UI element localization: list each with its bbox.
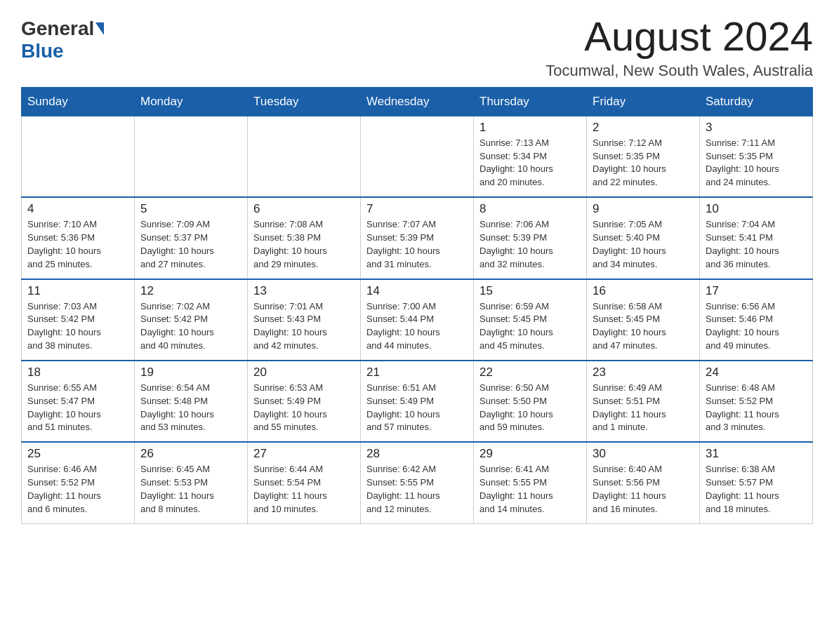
day-number: 6 bbox=[253, 202, 355, 216]
calendar-cell: 23Sunrise: 6:49 AM Sunset: 5:51 PM Dayli… bbox=[587, 361, 700, 442]
day-number: 12 bbox=[140, 284, 241, 298]
day-number: 8 bbox=[479, 202, 581, 216]
calendar-cell: 9Sunrise: 7:05 AM Sunset: 5:40 PM Daylig… bbox=[587, 197, 700, 279]
day-info: Sunrise: 6:40 AM Sunset: 5:56 PM Dayligh… bbox=[593, 463, 694, 516]
day-info: Sunrise: 7:01 AM Sunset: 5:43 PM Dayligh… bbox=[253, 300, 355, 353]
day-number: 10 bbox=[706, 202, 807, 216]
calendar-week-row: 11Sunrise: 7:03 AM Sunset: 5:42 PM Dayli… bbox=[22, 279, 813, 361]
day-number: 2 bbox=[593, 121, 694, 135]
calendar-cell: 16Sunrise: 6:58 AM Sunset: 5:45 PM Dayli… bbox=[587, 279, 700, 361]
month-title: August 2024 bbox=[545, 14, 813, 59]
day-info: Sunrise: 6:59 AM Sunset: 5:45 PM Dayligh… bbox=[479, 300, 581, 353]
day-number: 7 bbox=[366, 202, 468, 216]
calendar-cell: 20Sunrise: 6:53 AM Sunset: 5:49 PM Dayli… bbox=[248, 361, 361, 442]
day-info: Sunrise: 7:00 AM Sunset: 5:44 PM Dayligh… bbox=[366, 300, 468, 353]
calendar-cell: 17Sunrise: 6:56 AM Sunset: 5:46 PM Dayli… bbox=[700, 279, 813, 361]
day-info: Sunrise: 7:13 AM Sunset: 5:34 PM Dayligh… bbox=[479, 137, 581, 189]
calendar-header-monday: Monday bbox=[135, 87, 248, 116]
day-info: Sunrise: 6:56 AM Sunset: 5:46 PM Dayligh… bbox=[706, 300, 807, 353]
calendar-header-sunday: Sunday bbox=[22, 87, 135, 116]
day-info: Sunrise: 6:53 AM Sunset: 5:49 PM Dayligh… bbox=[253, 382, 355, 434]
calendar-cell: 1Sunrise: 7:13 AM Sunset: 5:34 PM Daylig… bbox=[474, 116, 587, 197]
day-info: Sunrise: 6:45 AM Sunset: 5:53 PM Dayligh… bbox=[140, 463, 241, 516]
calendar-cell: 29Sunrise: 6:41 AM Sunset: 5:55 PM Dayli… bbox=[474, 442, 587, 523]
calendar-week-row: 25Sunrise: 6:46 AM Sunset: 5:52 PM Dayli… bbox=[22, 442, 813, 523]
day-number: 25 bbox=[27, 447, 128, 461]
calendar-cell: 30Sunrise: 6:40 AM Sunset: 5:56 PM Dayli… bbox=[587, 442, 700, 523]
day-info: Sunrise: 6:51 AM Sunset: 5:49 PM Dayligh… bbox=[366, 382, 468, 434]
day-number: 19 bbox=[140, 365, 241, 380]
day-number: 4 bbox=[27, 202, 128, 216]
calendar-table: SundayMondayTuesdayWednesdayThursdayFrid… bbox=[21, 87, 813, 524]
day-number: 30 bbox=[593, 447, 694, 461]
day-info: Sunrise: 7:04 AM Sunset: 5:41 PM Dayligh… bbox=[706, 218, 807, 271]
calendar-cell: 11Sunrise: 7:03 AM Sunset: 5:42 PM Dayli… bbox=[22, 279, 135, 361]
calendar-header-saturday: Saturday bbox=[700, 87, 813, 116]
location: Tocumwal, New South Wales, Australia bbox=[545, 62, 813, 80]
day-info: Sunrise: 6:48 AM Sunset: 5:52 PM Dayligh… bbox=[706, 382, 807, 434]
calendar-week-row: 18Sunrise: 6:55 AM Sunset: 5:47 PM Dayli… bbox=[22, 361, 813, 442]
day-info: Sunrise: 7:05 AM Sunset: 5:40 PM Dayligh… bbox=[593, 218, 694, 271]
day-info: Sunrise: 6:42 AM Sunset: 5:55 PM Dayligh… bbox=[366, 463, 468, 516]
calendar-cell bbox=[22, 116, 135, 197]
day-info: Sunrise: 7:06 AM Sunset: 5:39 PM Dayligh… bbox=[479, 218, 581, 271]
day-info: Sunrise: 6:58 AM Sunset: 5:45 PM Dayligh… bbox=[593, 300, 694, 353]
calendar-header-thursday: Thursday bbox=[474, 87, 587, 116]
day-number: 26 bbox=[140, 447, 241, 461]
calendar-cell: 7Sunrise: 7:07 AM Sunset: 5:39 PM Daylig… bbox=[361, 197, 474, 279]
calendar-cell: 19Sunrise: 6:54 AM Sunset: 5:48 PM Dayli… bbox=[135, 361, 248, 442]
day-number: 22 bbox=[479, 365, 581, 380]
calendar-cell: 14Sunrise: 7:00 AM Sunset: 5:44 PM Dayli… bbox=[361, 279, 474, 361]
day-info: Sunrise: 6:55 AM Sunset: 5:47 PM Dayligh… bbox=[27, 382, 128, 434]
calendar-cell: 28Sunrise: 6:42 AM Sunset: 5:55 PM Dayli… bbox=[361, 442, 474, 523]
calendar-header-row: SundayMondayTuesdayWednesdayThursdayFrid… bbox=[22, 87, 813, 116]
calendar-week-row: 1Sunrise: 7:13 AM Sunset: 5:34 PM Daylig… bbox=[22, 116, 813, 197]
day-number: 15 bbox=[479, 284, 581, 298]
day-info: Sunrise: 7:02 AM Sunset: 5:42 PM Dayligh… bbox=[140, 300, 241, 353]
day-number: 16 bbox=[593, 284, 694, 298]
calendar-cell: 26Sunrise: 6:45 AM Sunset: 5:53 PM Dayli… bbox=[135, 442, 248, 523]
day-info: Sunrise: 7:12 AM Sunset: 5:35 PM Dayligh… bbox=[593, 137, 694, 189]
logo: General Blue bbox=[21, 14, 105, 62]
day-info: Sunrise: 7:10 AM Sunset: 5:36 PM Dayligh… bbox=[27, 218, 128, 271]
calendar-cell: 6Sunrise: 7:08 AM Sunset: 5:38 PM Daylig… bbox=[248, 197, 361, 279]
day-info: Sunrise: 6:50 AM Sunset: 5:50 PM Dayligh… bbox=[479, 382, 581, 434]
calendar-cell: 22Sunrise: 6:50 AM Sunset: 5:50 PM Dayli… bbox=[474, 361, 587, 442]
calendar-cell: 3Sunrise: 7:11 AM Sunset: 5:35 PM Daylig… bbox=[700, 116, 813, 197]
day-number: 11 bbox=[27, 284, 128, 298]
calendar-header-tuesday: Tuesday bbox=[248, 87, 361, 116]
day-info: Sunrise: 6:41 AM Sunset: 5:55 PM Dayligh… bbox=[479, 463, 581, 516]
calendar-header-wednesday: Wednesday bbox=[361, 87, 474, 116]
day-info: Sunrise: 6:44 AM Sunset: 5:54 PM Dayligh… bbox=[253, 463, 355, 516]
calendar-week-row: 4Sunrise: 7:10 AM Sunset: 5:36 PM Daylig… bbox=[22, 197, 813, 279]
day-number: 27 bbox=[253, 447, 355, 461]
day-number: 9 bbox=[593, 202, 694, 216]
title-block: August 2024 Tocumwal, New South Wales, A… bbox=[545, 14, 813, 80]
day-number: 31 bbox=[706, 447, 807, 461]
calendar-cell: 24Sunrise: 6:48 AM Sunset: 5:52 PM Dayli… bbox=[700, 361, 813, 442]
day-number: 29 bbox=[479, 447, 581, 461]
calendar-cell bbox=[361, 116, 474, 197]
calendar-cell bbox=[248, 116, 361, 197]
calendar-cell: 18Sunrise: 6:55 AM Sunset: 5:47 PM Dayli… bbox=[22, 361, 135, 442]
day-info: Sunrise: 7:11 AM Sunset: 5:35 PM Dayligh… bbox=[706, 137, 807, 189]
calendar-cell bbox=[135, 116, 248, 197]
day-number: 3 bbox=[706, 121, 807, 135]
day-info: Sunrise: 7:08 AM Sunset: 5:38 PM Dayligh… bbox=[253, 218, 355, 271]
calendar-header-friday: Friday bbox=[587, 87, 700, 116]
calendar-cell: 21Sunrise: 6:51 AM Sunset: 5:49 PM Dayli… bbox=[361, 361, 474, 442]
day-info: Sunrise: 6:46 AM Sunset: 5:52 PM Dayligh… bbox=[27, 463, 128, 516]
day-number: 13 bbox=[253, 284, 355, 298]
day-number: 18 bbox=[27, 365, 128, 380]
day-number: 14 bbox=[366, 284, 468, 298]
calendar-cell: 13Sunrise: 7:01 AM Sunset: 5:43 PM Dayli… bbox=[248, 279, 361, 361]
day-number: 21 bbox=[366, 365, 468, 380]
logo-general-text: General bbox=[21, 18, 94, 40]
calendar-cell: 25Sunrise: 6:46 AM Sunset: 5:52 PM Dayli… bbox=[22, 442, 135, 523]
calendar-cell: 15Sunrise: 6:59 AM Sunset: 5:45 PM Dayli… bbox=[474, 279, 587, 361]
day-number: 28 bbox=[366, 447, 468, 461]
day-info: Sunrise: 6:38 AM Sunset: 5:57 PM Dayligh… bbox=[706, 463, 807, 516]
calendar-cell: 31Sunrise: 6:38 AM Sunset: 5:57 PM Dayli… bbox=[700, 442, 813, 523]
day-number: 17 bbox=[706, 284, 807, 298]
calendar-cell: 8Sunrise: 7:06 AM Sunset: 5:39 PM Daylig… bbox=[474, 197, 587, 279]
